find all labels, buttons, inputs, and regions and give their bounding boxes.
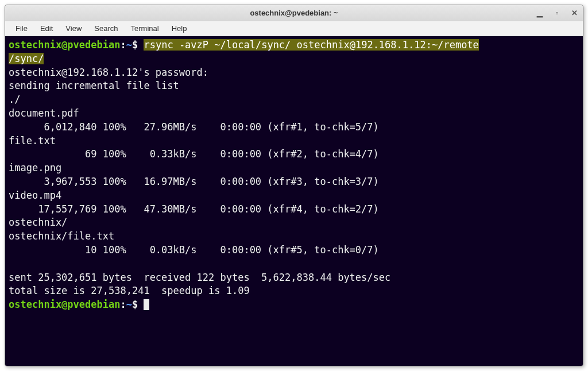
- menu-terminal[interactable]: Terminal: [125, 22, 165, 34]
- output-line: 17,557,769 100% 47.30MB/s 0:00:00 (xfr#4…: [9, 203, 579, 217]
- output-line: total size is 27,538,241 speedup is 1.09: [9, 284, 579, 298]
- final-prompt: ostechnix@pvedebian:~$: [9, 298, 579, 312]
- output-line: file.txt: [9, 134, 579, 148]
- output-line: document.pdf: [9, 107, 579, 121]
- output-line: 3,967,553 100% 16.97MB/s 0:00:00 (xfr#3,…: [9, 175, 579, 189]
- output-line: 6,012,840 100% 27.96MB/s 0:00:00 (xfr#1,…: [9, 121, 579, 134]
- output-line: ostechnix/file.txt: [9, 230, 579, 244]
- close-button[interactable]: ✕: [570, 9, 578, 17]
- prompt-path: ~: [126, 39, 132, 51]
- window-controls: ▁ ▫ ✕: [536, 9, 578, 17]
- prompt-path: ~: [126, 299, 132, 310]
- menu-view[interactable]: View: [60, 22, 87, 34]
- titlebar: ostechnix@pvedebian: ~ ▁ ▫ ✕: [5, 5, 583, 21]
- command-highlight-2: /sync/: [9, 53, 44, 64]
- output-line: sent 25,302,651 bytes received 122 bytes…: [9, 271, 579, 285]
- output-line: [9, 257, 579, 271]
- prompt-dollar: $: [132, 299, 138, 310]
- prompt-user: ostechnix@pvedebian: [9, 299, 120, 310]
- terminal-window: ostechnix@pvedebian: ~ ▁ ▫ ✕ File Edit V…: [5, 5, 583, 366]
- output-line: image.png: [9, 161, 579, 175]
- output-line: sending incremental file list: [9, 79, 579, 93]
- output-line: 10 100% 0.03kB/s 0:00:00 (xfr#5, to-chk=…: [9, 244, 579, 257]
- maximize-button[interactable]: ▫: [553, 9, 561, 17]
- prompt-line: ostechnix@pvedebian:~$ rsync -avzP ~/loc…: [9, 38, 579, 52]
- terminal-output[interactable]: ostechnix@pvedebian:~$ rsync -avzP ~/loc…: [5, 36, 583, 366]
- menubar: File Edit View Search Terminal Help: [5, 21, 583, 36]
- command-highlight-1: rsync -avzP ~/local/sync/ ostechnix@192.…: [144, 39, 478, 51]
- prompt-colon: :: [120, 299, 126, 310]
- prompt-user: ostechnix@pvedebian: [9, 39, 120, 51]
- output-line: ./: [9, 93, 579, 107]
- output-line: video.mp4: [9, 189, 579, 203]
- prompt-colon: :: [120, 39, 126, 51]
- menu-file[interactable]: File: [10, 22, 33, 34]
- window-title: ostechnix@pvedebian: ~: [250, 9, 338, 17]
- minimize-button[interactable]: ▁: [536, 9, 544, 17]
- output-line: ostechnix/: [9, 216, 579, 230]
- menu-search[interactable]: Search: [88, 22, 123, 34]
- output-line: 69 100% 0.33kB/s 0:00:00 (xfr#2, to-chk=…: [9, 148, 579, 161]
- menu-help[interactable]: Help: [166, 22, 193, 34]
- menu-edit[interactable]: Edit: [34, 22, 59, 34]
- cursor: [144, 299, 149, 310]
- command-line-2: /sync/: [9, 52, 579, 66]
- prompt-dollar: $: [132, 39, 138, 51]
- output-line: ostechnix@192.168.1.12's password:: [9, 66, 579, 80]
